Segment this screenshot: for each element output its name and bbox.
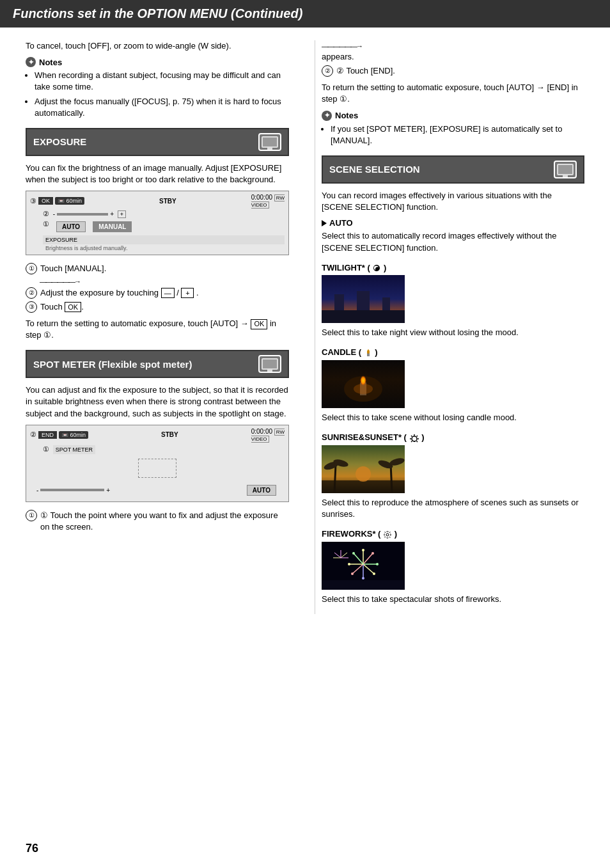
svg-line-20 — [416, 436, 418, 437]
appears-text: appears. — [322, 52, 354, 61]
spot-meter-label: SPOT METER — [53, 445, 95, 454]
svg-point-56 — [348, 563, 350, 565]
svg-line-39 — [389, 532, 390, 532]
svg-point-54 — [362, 577, 364, 580]
right-return-text: To return the setting to automatic expos… — [322, 82, 584, 105]
right-note-icon: ✦ — [322, 111, 332, 121]
cam-num3: ③ — [30, 197, 36, 205]
svg-rect-3 — [357, 291, 370, 310]
sunrise-icon — [409, 434, 419, 443]
page: Functions set in the OPTION MENU (Contin… — [0, 0, 610, 868]
spot-cam-label: ① SPOT METER — [30, 444, 285, 454]
svg-line-19 — [416, 441, 418, 442]
header-title: Functions set in the OPTION MENU (Contin… — [13, 6, 302, 20]
spot-cam-screen: ② END 📼 60min STBY 0:00:00 RWVIDEO ① SPO… — [26, 425, 289, 502]
svg-line-38 — [389, 537, 390, 537]
cam-tape-badge: 📼 60min — [55, 197, 84, 205]
svg-rect-63 — [322, 580, 405, 590]
right-step-num-2: ② — [322, 65, 333, 77]
svg-point-30 — [356, 466, 371, 482]
right-step2: ② ② Touch [END]. — [322, 65, 584, 77]
scene-selection-header: SCENE SELECTION — [322, 155, 584, 184]
cam-buttons-row: ① AUTO MANUAL — [30, 220, 285, 233]
fireworks-svg — [322, 542, 405, 590]
twilight-title: TWILIGHT* ( ) — [322, 263, 584, 273]
svg-line-18 — [411, 436, 412, 437]
touch-end-text: ② Touch [END]. — [336, 65, 395, 77]
right-notes: ✦ Notes If you set [SPOT METER], [EXPOSU… — [322, 111, 584, 146]
svg-point-12 — [354, 384, 373, 394]
right-notes-list: If you set [SPOT METER], [EXPOSURE] is a… — [322, 123, 584, 146]
exposure-body: You can fix the brightness of an image m… — [26, 162, 289, 185]
sunrise-scene-item: SUNRISE&SUNSET* ( ) — [322, 432, 584, 520]
fireworks-icon — [383, 530, 392, 539]
step3-text: Touch OK. — [40, 301, 84, 313]
spot-meter-header: SPOT METER (Flexible spot meter) — [26, 350, 289, 378]
exposure-title: EXPOSURE — [33, 136, 86, 147]
sunrise-body: Select this to reproduce the atmosphere … — [322, 497, 584, 520]
exp-return-text: To return the setting to automatic expos… — [26, 318, 289, 341]
cam-stby: STBY — [159, 198, 176, 205]
spot-step-num-1: ① — [26, 510, 37, 521]
fireworks-label: FIREWORKS* ( ) — [322, 529, 397, 539]
twilight-svg — [322, 275, 405, 323]
step-num-2: ② — [26, 287, 37, 299]
exp-step2: ② Adjust the exposure by touching — / + … — [26, 287, 289, 299]
cam-ok-badge: OK — [38, 197, 53, 205]
spot-auto-btn: AUTO — [247, 485, 276, 496]
notes-label: Notes — [39, 58, 62, 67]
notes-title: ✦ Notes — [26, 57, 289, 67]
exp-step1: ① Touch [MANUAL]. — [26, 263, 289, 274]
spot-step1: ① ① Touch the point where you want to fi… — [26, 510, 289, 533]
spot-step1-text: ① Touch the point where you want to fix … — [40, 510, 289, 533]
page-number: 76 — [26, 842, 38, 855]
candle-image — [322, 360, 405, 408]
spot-cam-area — [30, 456, 285, 482]
svg-point-55 — [351, 572, 354, 575]
svg-line-24 — [334, 464, 336, 493]
svg-point-51 — [371, 552, 374, 555]
cam-top-row: ③ OK 📼 60min STBY 0:00:00 RWVIDEO — [30, 194, 285, 208]
fireworks-title: FIREWORKS* ( ) — [322, 529, 584, 539]
right-arrow — [322, 42, 584, 50]
spot-cam-tape-badge: 📼 60min — [59, 431, 88, 439]
right-note-item-1: If you set [SPOT METER], [EXPOSURE] is a… — [331, 123, 584, 146]
twilight-image — [322, 275, 405, 323]
candle-icon — [364, 349, 373, 358]
spot-cam-timecode: 0:00:00 RWVIDEO — [251, 428, 285, 442]
spot-cam-stby: STBY — [161, 431, 178, 438]
auto-title: AUTO — [322, 218, 584, 228]
cam-num1: ① — [43, 220, 49, 233]
notes-focus: ✦ Notes When recording a distant subject… — [26, 57, 289, 119]
scene-selection-body: You can record images effectively in var… — [322, 190, 584, 213]
exposure-header: EXPOSURE — [26, 128, 289, 156]
note-item-1: When recording a distant subject, focusi… — [35, 70, 289, 93]
svg-rect-4 — [382, 297, 390, 310]
svg-rect-2 — [334, 294, 344, 310]
spot-meter-body: You can adjust and fix the exposure to t… — [26, 384, 289, 420]
svg-line-37 — [385, 532, 386, 532]
sunrise-label: SUNRISE&SUNSET* ( ) — [322, 432, 424, 443]
auto-scene-item: AUTO Select this to automatically record… — [322, 218, 584, 253]
left-column: To cancel, touch [OFF], or zoom to wide-… — [26, 40, 295, 614]
cam-num2: ② — [43, 210, 49, 217]
svg-point-52 — [376, 563, 379, 565]
fireworks-image — [322, 542, 405, 590]
right-appears: appears. — [322, 42, 584, 61]
step-num-3: ③ — [26, 301, 37, 313]
cam-exposure-label: EXPOSURE — [43, 235, 285, 244]
page-header: Functions set in the OPTION MENU (Contin… — [0, 0, 610, 28]
note-item-2: Adjust the focus manually ([FOCUS], p. 7… — [35, 96, 289, 119]
svg-point-57 — [352, 552, 355, 555]
right-column: appears. ② ② Touch [END]. To return the … — [315, 40, 584, 614]
svg-line-21 — [411, 441, 412, 442]
twilight-label: TWILIGHT* ( ) — [322, 263, 386, 273]
exp-arrow1 — [40, 278, 289, 285]
two-column-layout: To cancel, touch [OFF], or zoom to wide-… — [26, 40, 584, 614]
sunrise-svg — [322, 445, 405, 493]
candle-label: CANDLE ( ) — [322, 347, 378, 358]
exposure-cam-screen: ③ OK 📼 60min STBY 0:00:00 RWVIDEO ② - + — [26, 191, 289, 255]
exposure-steps: ① Touch [MANUAL]. ② Adjust the exposure … — [26, 263, 289, 313]
cam-labels: EXPOSURE Brightness is adjusted manually… — [30, 235, 285, 252]
intro-text: To cancel, touch [OFF], or zoom to wide-… — [26, 40, 289, 52]
